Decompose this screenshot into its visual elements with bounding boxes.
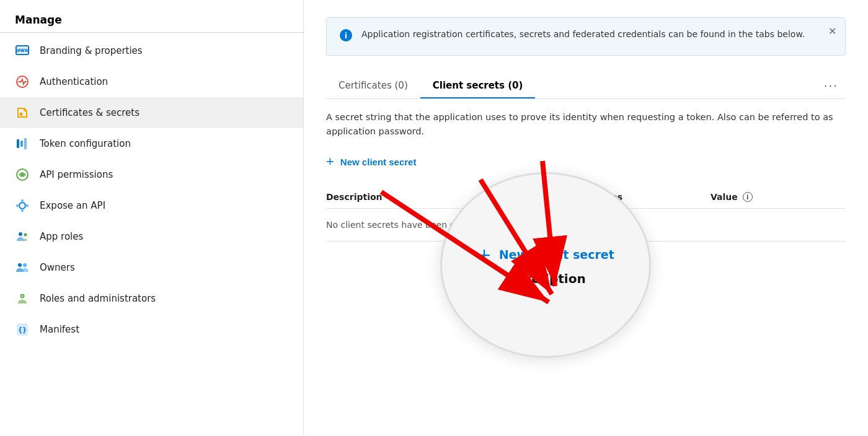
owners-icon (15, 260, 30, 275)
svg-point-13 (21, 199, 24, 202)
value-info-icon[interactable]: i (743, 192, 753, 202)
tab-certificates[interactable]: Certificates (0) (326, 74, 420, 98)
magnifier-button-label: + New client secret (477, 245, 614, 265)
magnifier-plus-icon: + (477, 245, 491, 265)
branding-icon: www (15, 43, 30, 58)
new-client-secret-button[interactable]: + New client secret (326, 152, 416, 171)
sidebar-item-label-owners: Owners (40, 262, 75, 273)
svg-point-11 (16, 204, 19, 207)
sidebar-item-approles[interactable]: App roles (0, 221, 303, 252)
tab-client-secrets[interactable]: Client secrets (0) (420, 74, 536, 98)
plus-icon: + (326, 155, 334, 168)
svg-point-12 (26, 204, 29, 207)
sidebar-item-label-manifest: Manifest (40, 324, 79, 335)
certificates-icon (15, 105, 30, 120)
svg-point-9 (21, 173, 24, 177)
manifest-icon: {} (15, 322, 30, 337)
token-icon (15, 136, 30, 151)
sidebar-item-roles[interactable]: Roles and administrators (0, 283, 303, 314)
sidebar-item-branding[interactable]: www Branding & properties (0, 35, 303, 66)
sidebar-section-title: Manage (0, 0, 303, 33)
svg-text:i: i (345, 31, 347, 40)
sidebar-item-authentication[interactable]: Authentication (0, 66, 303, 97)
sidebar-item-label-certs: Certificates & secrets (40, 107, 140, 118)
main-content: i Application registration certificates,… (304, 0, 868, 436)
sidebar-item-label-branding: Branding & properties (40, 45, 143, 56)
sidebar-item-label-roles: Roles and administrators (40, 293, 156, 304)
approles-icon (15, 229, 30, 244)
expose-icon (15, 198, 30, 213)
svg-point-20 (22, 295, 24, 297)
sidebar-item-label-approles: App roles (40, 231, 83, 242)
api-icon (15, 167, 30, 182)
authentication-icon (15, 74, 30, 89)
sidebar-item-manifest[interactable]: {} Manifest (0, 314, 303, 345)
th-value: Value i (711, 192, 753, 202)
sidebar-item-label-token: Token configuration (40, 138, 131, 149)
sidebar-item-label-expose: Expose an API (40, 200, 105, 211)
sidebar-item-label-auth: Authentication (40, 76, 108, 87)
svg-rect-7 (24, 138, 27, 149)
sidebar: Manage www Branding & properties Authent… (0, 0, 304, 436)
info-banner-text: Application registration certificates, s… (361, 28, 833, 41)
tab-more-button[interactable]: ··· (817, 73, 846, 98)
sidebar-item-api[interactable]: API permissions (0, 159, 303, 190)
tabs-container: Certificates (0) Client secrets (0) ··· (326, 73, 846, 99)
svg-point-17 (18, 263, 22, 267)
sidebar-item-expose[interactable]: Expose an API (0, 190, 303, 221)
magnifier-overlay: + New client secret Description (440, 172, 651, 358)
info-icon: i (339, 28, 353, 45)
secrets-description: A secret string that the application use… (326, 110, 835, 139)
svg-rect-6 (20, 141, 23, 147)
close-banner-button[interactable]: ✕ (828, 25, 836, 37)
svg-point-18 (23, 263, 27, 267)
sidebar-item-label-api: API permissions (40, 169, 113, 180)
svg-rect-5 (17, 139, 19, 148)
magnifier-description: Description (505, 271, 585, 286)
svg-point-15 (19, 232, 22, 236)
svg-point-14 (21, 209, 24, 212)
svg-point-16 (24, 233, 27, 237)
sidebar-item-owners[interactable]: Owners (0, 252, 303, 283)
svg-text:www: www (16, 48, 29, 53)
roles-icon (15, 291, 30, 306)
svg-text:{}: {} (18, 326, 27, 334)
sidebar-item-certificates[interactable]: Certificates & secrets (0, 97, 303, 128)
info-banner: i Application registration certificates,… (326, 17, 846, 56)
sidebar-item-token[interactable]: Token configuration (0, 128, 303, 159)
